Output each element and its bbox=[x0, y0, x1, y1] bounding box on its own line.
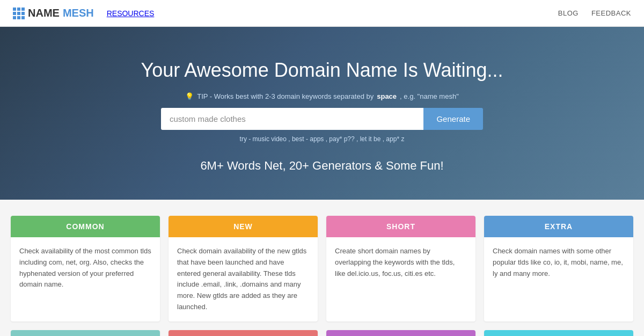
hero-tip: 💡 TIP - Works best with 2-3 domain keywo… bbox=[185, 92, 459, 100]
card-new-header: NEW bbox=[169, 216, 318, 237]
card-common-text: Check availability of the most common tl… bbox=[19, 246, 151, 290]
card-short-header: SHORT bbox=[326, 216, 475, 237]
main-nav: RESOURCES bbox=[107, 9, 155, 18]
hero-tagline: 6M+ Words Net, 20+ Generators & Some Fun… bbox=[200, 159, 443, 173]
cards-section: COMMONCheck availability of the most com… bbox=[0, 200, 644, 336]
header-left: NAME MESH RESOURCES bbox=[13, 7, 154, 19]
hero-section: Your Awesome Domain Name Is Waiting... 💡… bbox=[0, 27, 644, 200]
try-links-text: try - music video , best - apps , pay* p… bbox=[240, 135, 405, 143]
search-input[interactable] bbox=[161, 108, 423, 130]
generate-button[interactable]: Generate bbox=[423, 108, 483, 130]
card-mix: MIXGenerate domains by mixing in other w… bbox=[484, 330, 633, 336]
header: NAME MESH RESOURCES BLOG FEEDBACK bbox=[0, 0, 644, 27]
card-fun-header: FUN bbox=[326, 330, 475, 336]
card-fun: FUNUse various techniques to smartly mod… bbox=[326, 330, 475, 336]
card-common-header: COMMON bbox=[11, 216, 160, 237]
card-extra-text: Check domain names with some other popul… bbox=[493, 246, 625, 279]
card-new: NEWCheck domain availability of the new … bbox=[169, 216, 318, 322]
card-seo-header: SEO bbox=[169, 330, 318, 336]
tip-keyword: space bbox=[377, 92, 397, 100]
header-right: BLOG FEEDBACK bbox=[558, 9, 631, 17]
feedback-link[interactable]: FEEDBACK bbox=[591, 9, 631, 17]
search-row: Generate bbox=[161, 108, 483, 130]
card-similar: SIMILARGenerate the common alternatives … bbox=[11, 330, 160, 336]
hero-title: Your Awesome Domain Name Is Waiting... bbox=[141, 59, 503, 82]
logo-name: NAME bbox=[28, 7, 60, 19]
try-links: try - music video , best - apps , pay* p… bbox=[240, 135, 405, 143]
card-common-body: Check availability of the most common tl… bbox=[11, 237, 160, 299]
blog-link[interactable]: BLOG bbox=[558, 9, 579, 17]
tip-text-prefix: TIP - Works best with 2-3 domain keyword… bbox=[197, 92, 374, 100]
tip-bulb-icon: 💡 bbox=[185, 92, 194, 100]
card-short-text: Create short domain names by overlapping… bbox=[335, 246, 467, 279]
nav-resources[interactable]: RESOURCES bbox=[107, 9, 155, 18]
card-short: SHORTCreate short domain names by overla… bbox=[326, 216, 475, 322]
logo-grid-icon bbox=[13, 8, 25, 19]
card-similar-header: SIMILAR bbox=[11, 330, 160, 336]
cards-grid: COMMONCheck availability of the most com… bbox=[11, 216, 633, 336]
card-new-text: Check domain availability of the new gtl… bbox=[177, 246, 309, 313]
card-extra-header: EXTRA bbox=[484, 216, 633, 237]
card-extra-body: Check domain names with some other popul… bbox=[484, 237, 633, 288]
card-seo: SEOPreserve the main keywords entered in… bbox=[169, 330, 318, 336]
logo-suffix: MESH bbox=[63, 7, 94, 19]
card-extra: EXTRACheck domain names with some other … bbox=[484, 216, 633, 322]
card-new-body: Check domain availability of the new gtl… bbox=[169, 237, 318, 322]
card-short-body: Create short domain names by overlapping… bbox=[326, 237, 475, 288]
logo: NAME MESH bbox=[13, 7, 94, 19]
tip-text-suffix: , e.g. "name mesh" bbox=[400, 92, 459, 100]
card-common: COMMONCheck availability of the most com… bbox=[11, 216, 160, 322]
card-mix-header: MIX bbox=[484, 330, 633, 336]
